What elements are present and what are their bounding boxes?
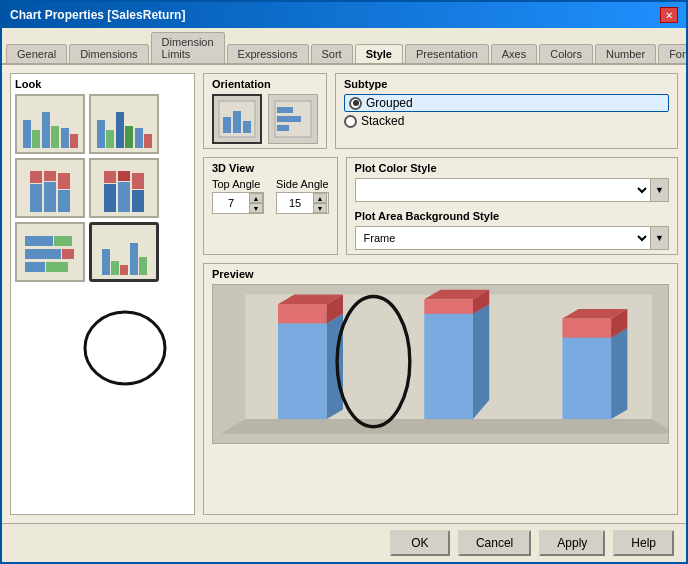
orient-horizontal-icon <box>273 99 313 139</box>
top-angle-spinners: ▲ ▼ <box>249 193 263 213</box>
plot-color-select[interactable] <box>356 179 650 201</box>
look-item-6[interactable] <box>89 222 159 282</box>
plot-color-label: Plot Color Style <box>355 162 669 174</box>
subtype-stacked-option[interactable]: Stacked <box>344 114 669 128</box>
subtype-label: Subtype <box>344 78 669 90</box>
middle-row-section: 3D View Top Angle ▲ ▼ <box>203 157 678 255</box>
tabs-bar: General Dimensions Dimension Limits Expr… <box>2 28 686 65</box>
svg-rect-15 <box>278 304 327 323</box>
top-angle-up[interactable]: ▲ <box>249 193 263 203</box>
svg-rect-12 <box>278 323 327 419</box>
plot-color-arrow[interactable]: ▼ <box>650 179 668 201</box>
look-item-4[interactable] <box>89 158 159 218</box>
look-selection-circle <box>83 310 167 390</box>
orient-vertical-button[interactable] <box>212 94 262 144</box>
svg-rect-7 <box>277 116 301 122</box>
title-bar: Chart Properties [SalesReturn] ✕ <box>2 2 686 28</box>
look-item-2[interactable] <box>89 94 159 154</box>
look-panel: Look <box>10 73 195 515</box>
tab-sort[interactable]: Sort <box>311 44 353 63</box>
subtype-box: Subtype Grouped Stacked <box>335 73 678 149</box>
side-angle-input-wrap: ▲ ▼ <box>276 192 329 214</box>
stacked-radio[interactable] <box>344 115 357 128</box>
tab-axes[interactable]: Axes <box>491 44 537 63</box>
svg-rect-2 <box>223 117 231 133</box>
side-angle-label: Side Angle <box>276 178 329 190</box>
tab-expressions[interactable]: Expressions <box>227 44 309 63</box>
tab-style[interactable]: Style <box>355 44 403 64</box>
plot-bg-label: Plot Area Background Style <box>355 210 669 222</box>
side-angle-item: Side Angle ▲ ▼ <box>276 178 329 214</box>
tab-font[interactable]: Font <box>658 44 686 63</box>
window-controls: ✕ <box>660 7 678 23</box>
right-panel: Orientation <box>203 73 678 515</box>
orient-horizontal-button[interactable] <box>268 94 318 144</box>
ok-button[interactable]: OK <box>390 530 450 556</box>
look-item-3[interactable] <box>15 158 85 218</box>
top-angle-input[interactable] <box>213 193 249 213</box>
subtype-grouped-option[interactable]: Grouped <box>344 94 669 112</box>
preview-box: Preview <box>203 263 678 515</box>
svg-rect-21 <box>424 299 473 313</box>
help-button[interactable]: Help <box>613 530 674 556</box>
svg-marker-26 <box>611 328 627 419</box>
view3d-label: 3D View <box>212 162 329 174</box>
preview-chart-svg <box>213 285 668 443</box>
plot-bg-select[interactable]: Frame <box>356 227 650 249</box>
orientation-label: Orientation <box>212 78 318 90</box>
top-angle-item: Top Angle ▲ ▼ <box>212 178 264 214</box>
main-window: Chart Properties [SalesReturn] ✕ General… <box>0 0 688 564</box>
cancel-button[interactable]: Cancel <box>458 530 531 556</box>
svg-marker-11 <box>221 419 668 433</box>
orientation-options <box>212 94 318 144</box>
plot-bg-arrow[interactable]: ▼ <box>650 227 668 249</box>
look-item-1[interactable] <box>15 94 85 154</box>
plot-color-select-wrap: ▼ <box>355 178 669 202</box>
bottom-bar: OK Cancel Apply Help <box>2 523 686 562</box>
side-angle-up[interactable]: ▲ <box>313 193 327 203</box>
top-angle-down[interactable]: ▼ <box>249 203 263 213</box>
svg-rect-8 <box>277 125 289 131</box>
svg-rect-3 <box>233 111 241 133</box>
tab-general[interactable]: General <box>6 44 67 63</box>
tab-presentation[interactable]: Presentation <box>405 44 489 63</box>
tab-dimensions[interactable]: Dimensions <box>69 44 148 63</box>
apply-button[interactable]: Apply <box>539 530 605 556</box>
window-title: Chart Properties [SalesReturn] <box>10 8 185 22</box>
tab-dimension-limits[interactable]: Dimension Limits <box>151 32 225 63</box>
look-grid <box>15 94 190 282</box>
preview-area <box>212 284 669 444</box>
orient-vertical-icon <box>217 99 257 139</box>
svg-marker-20 <box>473 304 489 419</box>
grouped-label: Grouped <box>366 96 413 110</box>
look-item-5[interactable] <box>15 222 85 282</box>
side-angle-spinners: ▲ ▼ <box>313 193 327 213</box>
tab-colors[interactable]: Colors <box>539 44 593 63</box>
stacked-label: Stacked <box>361 114 404 128</box>
side-angle-down[interactable]: ▼ <box>313 203 327 213</box>
angle-row: Top Angle ▲ ▼ Side Angle <box>212 178 329 214</box>
look-label: Look <box>15 78 190 90</box>
svg-rect-24 <box>562 338 611 419</box>
svg-rect-4 <box>243 121 251 133</box>
svg-rect-27 <box>562 319 611 338</box>
grouped-radio[interactable] <box>349 97 362 110</box>
close-button[interactable]: ✕ <box>660 7 678 23</box>
svg-rect-18 <box>424 314 473 419</box>
side-angle-input[interactable] <box>277 193 313 213</box>
look-wrapper <box>15 94 190 282</box>
orientation-box: Orientation <box>203 73 327 149</box>
svg-rect-6 <box>277 107 293 113</box>
svg-point-0 <box>85 312 165 384</box>
view3d-box: 3D View Top Angle ▲ ▼ <box>203 157 338 255</box>
tab-number[interactable]: Number <box>595 44 656 63</box>
content-area: Look <box>2 65 686 523</box>
preview-label: Preview <box>212 268 669 280</box>
plot-color-box: Plot Color Style ▼ Plot Area Background … <box>346 157 678 255</box>
top-angle-input-wrap: ▲ ▼ <box>212 192 264 214</box>
svg-marker-14 <box>327 314 343 419</box>
top-angle-label: Top Angle <box>212 178 264 190</box>
top-right-section: Orientation <box>203 73 678 149</box>
plot-bg-select-wrap: Frame ▼ <box>355 226 669 250</box>
